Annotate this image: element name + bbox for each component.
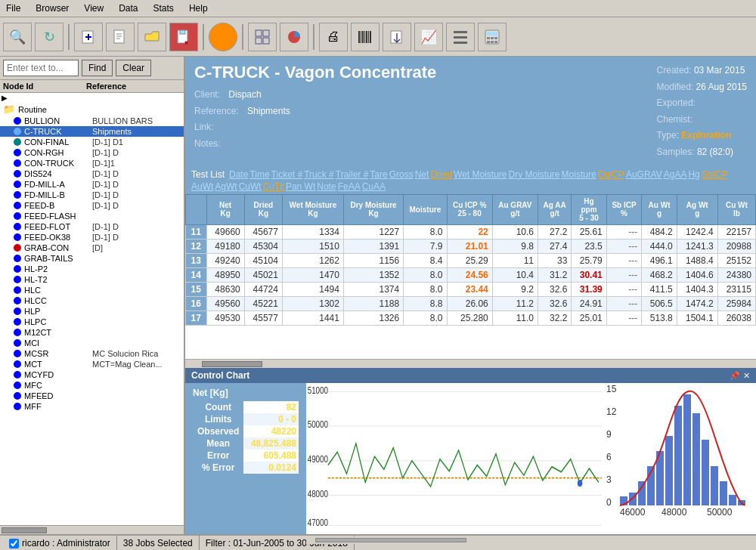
cell-dried-12: 45304 bbox=[244, 239, 282, 253]
tree-item-hlp[interactable]: HLP bbox=[0, 306, 184, 317]
cell-cuwt-17: 26038 bbox=[717, 311, 755, 325]
document-button[interactable] bbox=[106, 23, 135, 51]
print-button[interactable]: 🖨 bbox=[319, 23, 348, 51]
add-button[interactable] bbox=[74, 23, 103, 51]
test-link-cutit[interactable]: CuTit bbox=[263, 181, 284, 192]
menu-file[interactable]: File bbox=[3, 2, 23, 15]
tree-item-mct[interactable]: MCT MCT=Mag Clean... bbox=[0, 359, 184, 369]
chart-pin-button[interactable]: 📌 bbox=[730, 371, 740, 381]
test-link-cuaa[interactable]: CuAA bbox=[362, 181, 386, 192]
table-scrollbar-h[interactable] bbox=[185, 359, 756, 368]
cell-hg-15: 31.39 bbox=[572, 282, 606, 296]
tree-item-hlp2[interactable]: HL-P2 bbox=[0, 264, 184, 274]
test-link-note[interactable]: Note bbox=[317, 181, 336, 192]
search-input[interactable] bbox=[3, 60, 79, 76]
tree-item-mff[interactable]: MFF bbox=[0, 401, 184, 412]
test-link-hg[interactable]: Hg bbox=[688, 169, 699, 180]
tree-expand-arrow[interactable]: ▶ bbox=[0, 93, 184, 103]
tree-area[interactable]: ▶ 📁 Routine BULLION BULLION BARS C-TRUCK… bbox=[0, 93, 184, 525]
orange-btn[interactable] bbox=[209, 23, 237, 51]
export-button[interactable] bbox=[383, 23, 411, 51]
tree-item-dis524[interactable]: DIS524 [D-1] D bbox=[0, 168, 184, 179]
tree-label-mfc: MFC bbox=[24, 381, 92, 390]
pie-button[interactable] bbox=[280, 23, 308, 51]
svg-rect-63 bbox=[665, 436, 673, 505]
test-link-dried[interactable]: Dried bbox=[430, 169, 452, 180]
tree-item-conrgh[interactable]: CON-RGH [D-1] D bbox=[0, 147, 184, 158]
calc-button[interactable] bbox=[478, 23, 507, 51]
settings-button[interactable] bbox=[446, 23, 475, 51]
cell-cuwt-11: 22157 bbox=[717, 224, 755, 239]
open-folder-button[interactable] bbox=[138, 23, 166, 51]
test-link-tare[interactable]: Tare bbox=[370, 169, 387, 180]
barcode-button[interactable] bbox=[351, 23, 380, 51]
search-button[interactable]: 🔍 bbox=[3, 23, 32, 51]
menu-view[interactable]: View bbox=[81, 2, 107, 15]
test-link-cuwt[interactable]: CuWt bbox=[239, 181, 262, 192]
tree-item-bullion[interactable]: BULLION BULLION BARS bbox=[0, 116, 184, 126]
tree-item-fdmilla[interactable]: FD-MILL-A [D-1] D bbox=[0, 179, 184, 190]
clear-button[interactable]: Clear bbox=[116, 60, 151, 76]
menu-browser[interactable]: Browser bbox=[33, 2, 72, 15]
chart-close-button[interactable]: ✕ bbox=[743, 371, 750, 381]
row-id-14: 14 bbox=[186, 267, 207, 282]
menu-stats[interactable]: Stats bbox=[150, 2, 177, 15]
tree-item-grabtails[interactable]: GRAB-TAILS bbox=[0, 253, 184, 264]
test-link-truck[interactable]: Truck # bbox=[304, 169, 334, 180]
test-link-panwt[interactable]: Pan Wt bbox=[286, 181, 315, 192]
test-link-cuicp[interactable]: CuICP bbox=[598, 169, 624, 180]
test-link-wetmoist[interactable]: Wet Moisture bbox=[454, 169, 507, 180]
table-container[interactable]: NetKg DriedKg Wet MoistureKg Dry Moistur… bbox=[185, 194, 756, 359]
tree-item-grabcon[interactable]: GRAB-CON [D] bbox=[0, 243, 184, 253]
test-link-trailer[interactable]: Trailer # bbox=[336, 169, 369, 180]
tree-item-hlt2[interactable]: HL-T2 bbox=[0, 274, 184, 285]
tree-item-fdmillb[interactable]: FD-MILL-B [D-1] D bbox=[0, 190, 184, 200]
tree-item-feedflot[interactable]: FEED-FLOT [D-1] D bbox=[0, 221, 184, 232]
tree-item-ctruck[interactable]: C-TRUCK Shipments bbox=[0, 126, 184, 137]
test-link-auwt[interactable]: AuWt bbox=[191, 181, 213, 192]
test-link-ticket[interactable]: Ticket # bbox=[271, 169, 303, 180]
jobs-selected-label: 38 Jobs Selected bbox=[123, 538, 193, 548]
tree-item-hlpc[interactable]: HLPC bbox=[0, 317, 184, 327]
test-link-time[interactable]: Time bbox=[249, 169, 269, 180]
tree-item-mcsr[interactable]: MCSR MC Solucion Rica bbox=[0, 348, 184, 359]
status-checkbox[interactable] bbox=[9, 539, 19, 548]
tree-item-hlcc[interactable]: HLCC bbox=[0, 295, 184, 306]
tree-item-mfc[interactable]: MFC bbox=[0, 380, 184, 391]
refresh-button[interactable]: ↻ bbox=[35, 23, 64, 51]
menu-data[interactable]: Data bbox=[116, 2, 141, 15]
tree-item-feedb[interactable]: FEED-B [D-1] D bbox=[0, 200, 184, 211]
test-link-feaa[interactable]: FeAA bbox=[338, 181, 361, 192]
tree-item-hlc[interactable]: HLC bbox=[0, 285, 184, 295]
find-button[interactable]: Find bbox=[82, 60, 113, 76]
save-delete-button[interactable] bbox=[169, 23, 198, 51]
test-link-drymoist[interactable]: Dry Moisture bbox=[509, 169, 560, 180]
test-link-date[interactable]: Date bbox=[229, 169, 248, 180]
test-link-net[interactable]: Net bbox=[415, 169, 429, 180]
tree-scrollbar-h[interactable] bbox=[0, 525, 184, 534]
tree-item-mcyfd[interactable]: MCYFD bbox=[0, 369, 184, 380]
test-link-agwt[interactable]: AgWt bbox=[215, 181, 237, 192]
chart-button[interactable]: 📈 bbox=[414, 23, 443, 51]
svg-rect-66 bbox=[692, 413, 700, 505]
folder-icon: 📁 bbox=[3, 104, 15, 115]
grid-button[interactable] bbox=[248, 23, 277, 51]
chart-scrollbar-h[interactable] bbox=[306, 536, 605, 544]
tree-ref-contruck: [D-1]1 bbox=[92, 159, 115, 168]
tree-item-feedflash[interactable]: FEED-FLASH bbox=[0, 211, 184, 221]
tree-item-feedok38[interactable]: FEED-OK38 [D-1] D bbox=[0, 232, 184, 243]
test-link-augrav[interactable]: AuGRAV bbox=[626, 169, 662, 180]
test-link-agaa[interactable]: AgAA bbox=[664, 169, 687, 180]
tree-item-contruck[interactable]: CON-TRUCK [D-1]1 bbox=[0, 158, 184, 168]
cell-drymoist-13: 1156 bbox=[343, 253, 403, 267]
test-link-sbicp[interactable]: SbICP bbox=[702, 169, 728, 180]
tree-item-m12ct[interactable]: M12CT bbox=[0, 327, 184, 338]
tree-item-mfeed[interactable]: MFEED bbox=[0, 391, 184, 401]
test-link-moisture[interactable]: Moisture bbox=[562, 169, 596, 180]
tree-item-confinal[interactable]: CON-FINAL [D-1] D1 bbox=[0, 137, 184, 147]
tree-ref-mcsr: MC Solucion Rica bbox=[92, 349, 158, 358]
tree-item-routine[interactable]: 📁 Routine bbox=[0, 103, 184, 116]
test-link-gross[interactable]: Gross bbox=[389, 169, 414, 180]
menu-help[interactable]: Help bbox=[186, 2, 211, 15]
tree-item-mci[interactable]: MCI bbox=[0, 338, 184, 348]
